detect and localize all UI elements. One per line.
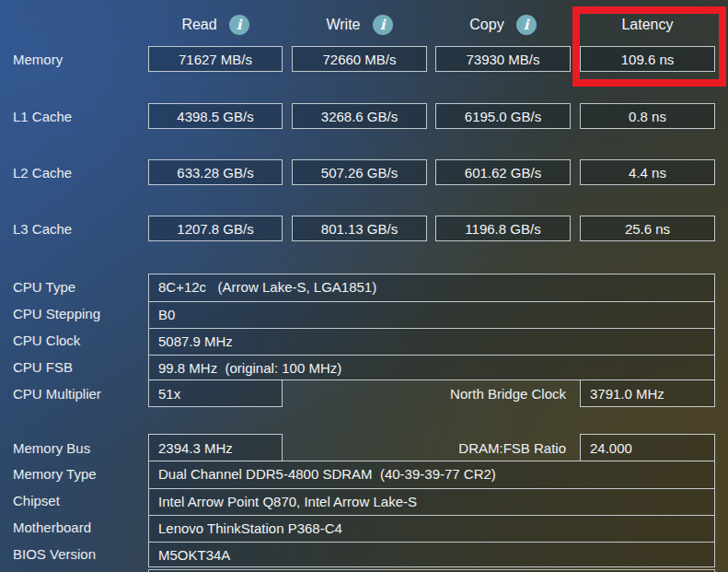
north-bridge-clock-value: 3791.0 MHz [580, 379, 715, 407]
cpu-clock-label: CPU Clock [13, 327, 144, 354]
l2-read-value: 633.28 GB/s [148, 159, 283, 185]
bios-version-label: BIOS Version [13, 541, 144, 567]
l2-cache-row-label: L2 Cache [13, 159, 144, 185]
cpu-fsb-value: 99.8 MHz (original: 100 MHz) [149, 355, 714, 381]
cpu-multiplier-value: 51x [148, 379, 283, 407]
memory-info-table: Dual Channel DDR5-4800 SDRAM (40-39-39-7… [148, 461, 715, 567]
copy-info-icon[interactable]: i [516, 15, 537, 35]
l1-latency-value: 0.8 ns [580, 103, 715, 129]
l3-latency-value: 25.6 ns [580, 216, 715, 241]
bios-version-value: M5OKT34A [149, 542, 714, 568]
write-column-label: Write [326, 17, 360, 33]
cpu-type-value: 8C+12c (Arrow Lake-S, LGA1851) [149, 274, 714, 301]
column-header-latency: Latency [580, 12, 715, 38]
column-header-write: Write i [292, 12, 427, 38]
dram-fsb-ratio-label: DRAM:FSB Ratio [304, 434, 566, 461]
l1-cache-row-label: L1 Cache [13, 103, 144, 129]
l2-copy-value: 601.62 GB/s [435, 159, 571, 185]
latency-column-label: Latency [621, 17, 673, 33]
l1-copy-value: 6195.0 GB/s [435, 103, 571, 129]
motherboard-label: Motherboard [13, 514, 144, 541]
memory-row-label: Memory [13, 46, 144, 72]
cpu-fsb-label: CPU FSB [13, 354, 144, 380]
l3-read-value: 1207.8 GB/s [148, 216, 283, 241]
memory-bus-value: 2394.3 MHz [148, 434, 283, 461]
cpu-info-table: 8C+12c (Arrow Lake-S, LGA1851) B0 5087.9… [148, 274, 715, 380]
cpu-stepping-value: B0 [149, 301, 714, 328]
chipset-value: Intel Arrow Point Q870, Intel Arrow Lake… [149, 488, 714, 515]
write-info-icon[interactable]: i [373, 15, 393, 35]
l3-cache-row-label: L3 Cache [13, 216, 144, 241]
benchmark-panel: Read i Write i Copy i Latency Memory 716… [0, 0, 728, 572]
memory-latency-value: 109.6 ns [580, 46, 715, 72]
motherboard-value: Lenovo ThinkStation P368-C4 [149, 515, 714, 542]
memory-read-value: 71627 MB/s [148, 46, 283, 72]
memory-copy-value: 73930 MB/s [435, 46, 571, 72]
north-bridge-clock-label: North Bridge Clock [304, 379, 566, 407]
memory-write-value: 72660 MB/s [292, 46, 427, 72]
cpu-multiplier-label: CPU Multiplier [13, 379, 144, 407]
memory-bus-label: Memory Bus [13, 434, 144, 461]
l3-write-value: 801.13 GB/s [292, 216, 427, 241]
l2-latency-value: 4.4 ns [580, 159, 715, 185]
l3-copy-value: 1196.8 GB/s [435, 216, 571, 241]
dram-fsb-ratio-value: 24.000 [580, 434, 715, 461]
memory-type-value: Dual Channel DDR5-4800 SDRAM (40-39-39-7… [149, 461, 714, 488]
memory-type-label: Memory Type [13, 461, 144, 487]
l1-read-value: 4398.5 GB/s [148, 103, 283, 129]
l1-write-value: 3268.6 GB/s [292, 103, 427, 129]
copy-column-label: Copy [469, 17, 503, 33]
cpu-clock-value: 5087.9 MHz [149, 328, 714, 355]
read-column-label: Read [181, 17, 216, 33]
column-header-copy: Copy i [435, 12, 571, 38]
read-info-icon[interactable]: i [229, 15, 249, 35]
cpu-stepping-label: CPU Stepping [13, 300, 144, 327]
cpu-type-label: CPU Type [13, 274, 144, 300]
chipset-label: Chipset [13, 487, 144, 514]
l2-write-value: 507.26 GB/s [292, 159, 427, 185]
column-header-read: Read i [148, 12, 283, 38]
